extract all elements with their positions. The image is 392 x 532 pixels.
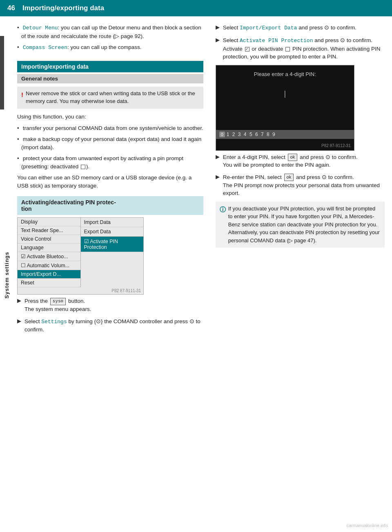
using-text: Using this function, you can: [17,113,203,121]
side-tab-label: System settings [4,252,10,299]
menu-ref: P82 87-9111-31 [18,287,143,294]
menu-right-importdata: Import Data [81,218,144,227]
step-select-importexport: ▶ Select Import/Export Data and press ⊙ … [216,24,385,32]
watermark: carmanualonline.info [346,523,388,528]
step-enter-pin: ▶ Enter a 4-digit PIN, select ok and pre… [216,153,385,169]
general-notes-header: General notes [17,74,203,83]
numbar-zero: 0 [219,132,225,137]
pin-screen: Please enter a 4-digit PIN: | 0 1 2 3 4 … [216,65,354,151]
ok-button-1: ok [288,154,298,161]
screen-cursor: | [216,89,354,98]
compass-screen-label: Compass Screen [23,45,67,51]
sd-text: You can either use an SD memory card or … [17,174,203,190]
menu-right-exportdata: Export Data [81,227,144,237]
menu-left-panel: Display Text Reader Spe... Voice Control… [18,218,81,287]
detour-menu-label: Detour Menu [23,25,58,31]
step-select-activatepin: ▶ Select Activate PIN Protection and pre… [216,36,385,61]
bullet-backup: • make a backup copy of your personal da… [17,135,203,151]
warning-box: ! Never remove the stick or card when wr… [17,87,203,109]
step-select-settings: ▶ Select Settings by turning {⊙} the COM… [17,317,203,334]
side-tab: System settings [0,18,13,532]
sys-button: sys⊙ [50,298,66,305]
menu-item-autovol: ☐ Automatic Volum... [18,261,80,270]
menu-item-display: Display [18,218,80,226]
screen-title: Please enter a 4-digit PIN: [216,65,354,77]
warning-icon: ! [21,90,23,105]
unchecked-checkbox [285,47,290,51]
menu-item-textreader: Text Reader Spe... [18,226,80,235]
left-column: • Detour Menu: you can call up the Detou… [17,24,203,338]
bullet-detour-menu: • Detour Menu: you can call up the Detou… [17,24,203,40]
bullet-compass-screen: • Compass Screen: you can call up the co… [17,43,203,52]
bullet-protect: • protect your data from unwanted export… [17,154,203,170]
pin-section-header: Activating/deactivating PIN protec-tion [17,196,203,215]
activatepin-label: Activate PIN Protection [240,38,313,44]
menu-right-activatepin: ☑ Activate PIN Protection [81,237,144,252]
screen-numbar: 0 1 2 3 4 5 6 7 8 9 [216,130,354,139]
menu-item-language: Language [18,244,80,252]
checked-checkbox [245,47,249,51]
step-reenter-pin: ▶ Re-enter the PIN, select ok and press … [216,173,385,197]
menu-right-panel: Import Data Export Data ☑ Activate PIN P… [81,218,144,287]
two-column-layout: • Detour Menu: you can call up the Detou… [17,24,385,338]
page-header: 46 Importing/exporting data [0,0,392,16]
page-number: 46 [7,4,15,12]
ok-button-2: ok [284,174,294,181]
main-content: • Detour Menu: you can call up the Detou… [17,16,385,338]
bullet-transfer: • transfer your personal COMAND data fro… [17,124,203,132]
step-press-sys: ▶ Press the sys⊙ button. The system menu… [17,297,203,313]
info-icon: ⓘ [220,205,226,245]
warning-text: Never remove the stick or card when writ… [26,90,199,105]
menu-item-importexport: Import/Export D... [18,270,80,279]
importexport-label: Import/Export Data [240,25,297,31]
numbar-digits: 1 2 3 4 5 6 7 8 9 [227,132,276,137]
side-tab-bar [0,36,4,110]
deactivated-checkbox [81,165,85,169]
menu-item-reset: Reset [18,279,80,287]
menu-item-voicecontrol: Voice Control [18,235,80,244]
info-box: ⓘ If you deactivate your PIN protection,… [216,201,385,248]
screen-ref: P82 87-9112-31 [321,143,351,148]
right-column: ▶ Select Import/Export Data and press ⊙ … [216,24,385,338]
menu-screenshot: Display Text Reader Spe... Voice Control… [17,217,144,295]
info-text: If you deactivate your PIN protection, y… [228,205,381,245]
page-title: Importing/exporting data [22,4,104,12]
settings-label: Settings [41,319,67,325]
menu-submenu: Display Text Reader Spe... Voice Control… [18,218,143,287]
menu-item-bluetooth: ☑ Activate Bluetoo... [18,252,80,261]
importing-section-header: Importing/exporting data [17,61,203,72]
